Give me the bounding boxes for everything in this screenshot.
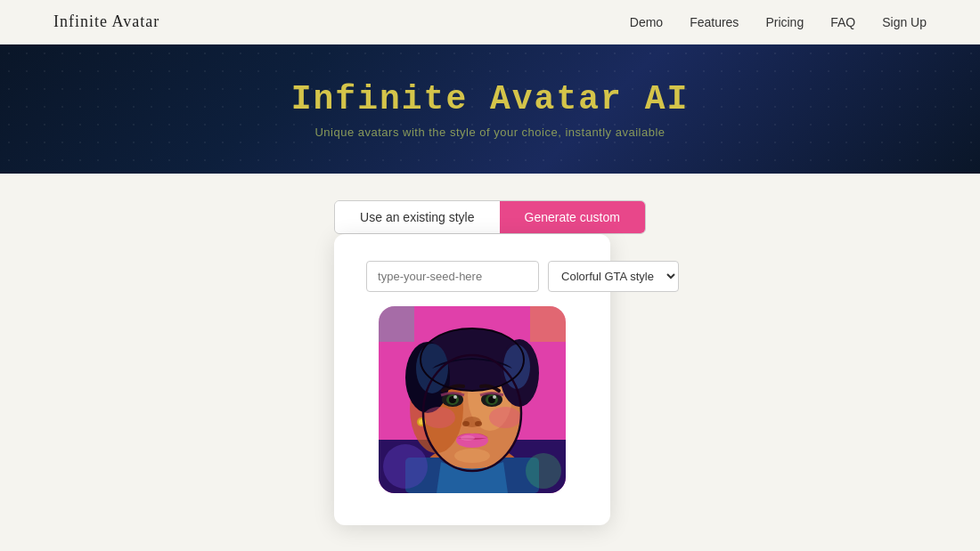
svg-point-25 bbox=[456, 434, 488, 448]
nav-links: Demo Features Pricing FAQ Sign Up bbox=[630, 14, 927, 30]
tab-generate-custom[interactable]: Generate custom bbox=[500, 201, 645, 233]
svg-point-28 bbox=[489, 407, 521, 428]
avatar-card: Colorful GTA style Anime style Realistic… bbox=[334, 234, 610, 525]
svg-point-17 bbox=[453, 395, 457, 399]
svg-point-26 bbox=[461, 435, 475, 441]
hero-subtitle: Unique avatars with the style of your ch… bbox=[314, 126, 665, 139]
hero-title: Infinite Avatar AI bbox=[291, 80, 689, 118]
nav-logo: Infinite Avatar bbox=[53, 12, 159, 31]
style-select[interactable]: Colorful GTA style Anime style Realistic… bbox=[548, 261, 679, 292]
svg-rect-35 bbox=[530, 306, 566, 342]
nav-link-demo[interactable]: Demo bbox=[630, 15, 663, 29]
svg-point-31 bbox=[454, 449, 490, 463]
svg-point-37 bbox=[526, 453, 561, 489]
tabs-and-card: Use an existing style Generate custom Co… bbox=[334, 200, 646, 525]
hero-banner: Infinite Avatar AI Unique avatars with t… bbox=[0, 45, 980, 174]
tabs-container: Use an existing style Generate custom bbox=[334, 200, 646, 234]
main-content: Use an existing style Generate custom Co… bbox=[0, 174, 980, 543]
seed-input[interactable] bbox=[366, 261, 539, 292]
svg-point-23 bbox=[462, 421, 470, 426]
avatar-container bbox=[379, 306, 566, 493]
tab-existing-style[interactable]: Use an existing style bbox=[335, 201, 499, 233]
nav-link-features[interactable]: Features bbox=[690, 15, 739, 29]
svg-point-27 bbox=[423, 407, 455, 428]
nav-link-signup[interactable]: Sign Up bbox=[882, 15, 927, 29]
svg-point-24 bbox=[475, 421, 482, 426]
nav-link-pricing[interactable]: Pricing bbox=[765, 15, 804, 29]
avatar-image bbox=[379, 306, 566, 493]
svg-point-36 bbox=[383, 444, 428, 489]
svg-point-21 bbox=[493, 395, 496, 399]
navbar: Infinite Avatar Demo Features Pricing FA… bbox=[0, 0, 980, 45]
svg-rect-34 bbox=[379, 306, 414, 342]
card-controls: Colorful GTA style Anime style Realistic… bbox=[366, 261, 578, 292]
nav-link-faq[interactable]: FAQ bbox=[830, 15, 855, 29]
